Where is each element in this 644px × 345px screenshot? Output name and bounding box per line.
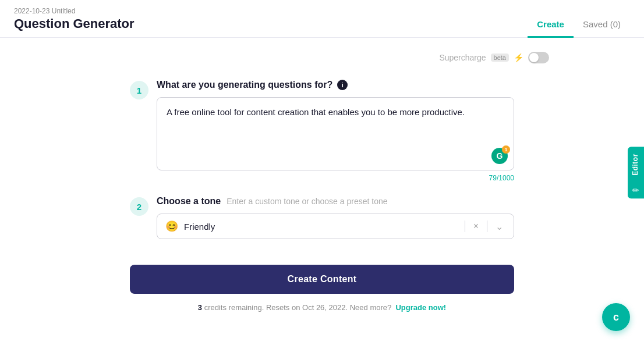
info-icon[interactable]: i bbox=[337, 80, 348, 90]
question-topic-input[interactable]: A free online tool for content creation … bbox=[157, 98, 514, 168]
header-tabs: Create Saved (0) bbox=[528, 14, 630, 37]
step-1-label: What are you generating questions for? i bbox=[157, 80, 514, 90]
textarea-wrapper: A free online tool for content creation … bbox=[157, 97, 514, 170]
step-1-number: 1 bbox=[130, 81, 148, 99]
supercharge-toggle[interactable] bbox=[528, 52, 549, 63]
page-title: Question Generator bbox=[14, 16, 135, 31]
grammarly-badge: G 1 bbox=[491, 148, 508, 164]
tab-saved[interactable]: Saved (0) bbox=[574, 15, 630, 38]
editor-tab-label[interactable]: Editor bbox=[628, 147, 644, 183]
tab-create[interactable]: Create bbox=[528, 15, 574, 38]
tone-hint: Enter a custom tone or choose a preset t… bbox=[227, 197, 387, 206]
header-left: 2022-10-23 Untitled Question Generator bbox=[14, 7, 135, 37]
footer-credits: 3 credits remaining. Resets on Oct 26, 2… bbox=[130, 303, 514, 312]
step-1-content: What are you generating questions for? i… bbox=[157, 80, 514, 182]
step-2-content: Choose a tone Enter a custom tone or cho… bbox=[157, 196, 514, 239]
step-2-row: 2 Choose a tone Enter a custom tone or c… bbox=[130, 196, 514, 239]
tone-emoji: 😊 bbox=[165, 220, 178, 233]
main-content: Supercharge beta ⚡ 1 What are you genera… bbox=[60, 38, 584, 326]
beta-badge: beta bbox=[491, 54, 509, 62]
credits-count: 3 bbox=[198, 303, 202, 312]
breadcrumb: 2022-10-23 Untitled bbox=[14, 7, 135, 15]
chat-bubble[interactable]: c bbox=[602, 303, 630, 331]
tone-select-dropdown[interactable]: 😊 Friendly × ⌄ bbox=[157, 214, 514, 239]
char-count: 79/1000 bbox=[157, 174, 514, 182]
tone-divider-2 bbox=[487, 220, 487, 232]
pencil-icon: ✏ bbox=[628, 182, 644, 198]
supercharge-row: Supercharge beta ⚡ bbox=[439, 52, 549, 63]
step-1-row: 1 What are you generating questions for?… bbox=[130, 80, 514, 182]
tone-value: Friendly bbox=[184, 222, 459, 232]
step-2-number: 2 bbox=[130, 197, 148, 216]
chevron-down-icon[interactable]: ⌄ bbox=[493, 221, 505, 232]
header: 2022-10-23 Untitled Question Generator C… bbox=[0, 0, 644, 38]
grammarly-notify: 1 bbox=[502, 145, 510, 154]
tone-label-row: Choose a tone Enter a custom tone or cho… bbox=[157, 196, 514, 207]
upgrade-link[interactable]: Upgrade now! bbox=[395, 303, 446, 312]
tone-divider bbox=[465, 220, 465, 232]
chat-bubble-label: c bbox=[613, 311, 619, 323]
step-container: 1 What are you generating questions for?… bbox=[130, 80, 514, 312]
toggle-knob bbox=[529, 53, 539, 62]
step-2-label: Choose a tone bbox=[157, 196, 221, 207]
editor-sidebar[interactable]: Editor ✏ bbox=[628, 147, 644, 199]
supercharge-label: Supercharge bbox=[439, 53, 486, 62]
create-content-button[interactable]: Create Content bbox=[130, 265, 514, 294]
footer-text: credits remaining. Resets on Oct 26, 202… bbox=[204, 303, 392, 312]
lightning-icon: ⚡ bbox=[514, 53, 523, 62]
tone-clear-icon[interactable]: × bbox=[471, 221, 481, 232]
